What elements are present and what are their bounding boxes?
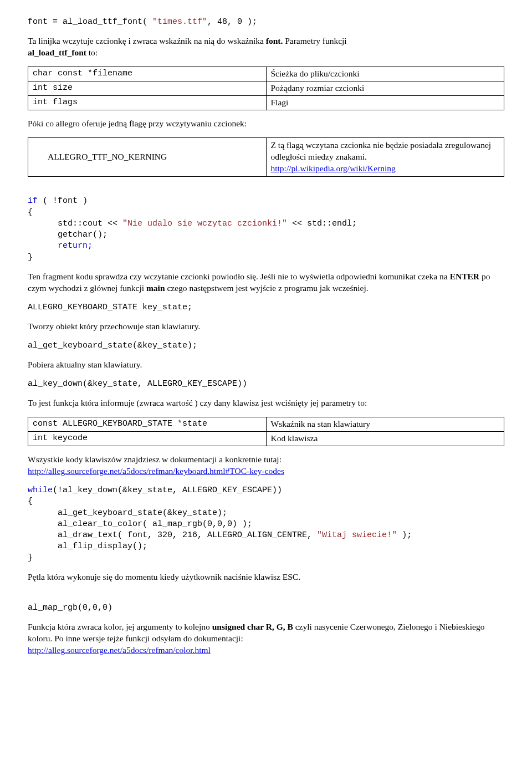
code-map-rgb: al_map_rgb(0,0,0) [28, 603, 504, 614]
code-keystate-decl: ALLEGRO_KEYBOARD_STATE key_state; [28, 302, 504, 313]
text: Ta linijka wczytuje czcionkę i zwraca ws… [28, 36, 266, 45]
table-row: int size Pożądany rozmiar czcionki [28, 81, 504, 96]
text-bold: font. [266, 36, 283, 45]
table-font-params: char const *filename Ścieżka do pliku/cz… [28, 67, 504, 110]
table-row: char const *filename Ścieżka do pliku/cz… [28, 67, 504, 81]
table-row: const ALLEGRO_KEYBOARD_STATE *state Wska… [28, 417, 504, 432]
para-map-rgb: Funkcja która zwraca kolor, jej argument… [28, 621, 504, 656]
text: Funkcja która zwraca kolor, jej argument… [28, 622, 212, 631]
para-flag-intro: Póki co allegro oferuje jedną flagę przy… [28, 118, 504, 130]
text: Z tą flagą wczytana czcionka nie będzie … [271, 140, 492, 161]
param-name: int keycode [28, 432, 267, 446]
table-row: int keycode Kod klawisza [28, 432, 504, 446]
flag-desc: Z tą flagą wczytana czcionka nie będzie … [266, 137, 504, 176]
para-keycodes: Wszystkie kody klawiszów znajdziesz w do… [28, 454, 504, 477]
text-bold: unsigned char R, G, B [212, 622, 293, 631]
param-name: char const *filename [28, 67, 267, 81]
text-bold: main [146, 283, 165, 293]
code-main-loop: while(!al_key_down(&key_state, ALLEGRO_K… [28, 485, 504, 564]
text: czego następstwem jest wyjście z program… [165, 283, 369, 293]
para-get-keystate: Pobiera aktualny stan klawiatury. [28, 359, 504, 371]
para-keydown: To jest funkcja która informuje (zwraca … [28, 397, 504, 409]
param-desc: Flagi [266, 95, 504, 110]
code-get-keystate: al_get_keyboard_state(&key_state); [28, 340, 504, 351]
param-desc: Ścieżka do pliku/czcionki [266, 67, 504, 81]
table-keydown-params: const ALLEGRO_KEYBOARD_STATE *state Wska… [28, 417, 504, 446]
text: to: [86, 48, 98, 57]
table-row: ALLEGRO_TTF_NO_KERNING Z tą flagą wczyta… [28, 137, 504, 176]
link-color-docs[interactable]: http://alleg.sourceforge.net/a5docs/refm… [28, 645, 211, 655]
link-keycodes[interactable]: http://alleg.sourceforge.net/a5docs/refm… [28, 466, 284, 476]
param-desc: Wskaźnik na stan klawiatury [266, 417, 504, 432]
param-desc: Pożądany rozmiar czcionki [266, 81, 504, 96]
code-keydown: al_key_down(&key_state, ALLEGRO_KEY_ESCA… [28, 379, 504, 390]
text: Wszystkie kody klawiszów znajdziesz w do… [28, 455, 282, 464]
para-main-loop: Pętla która wykonuje się do momentu kied… [28, 571, 504, 583]
param-desc: Kod klawisza [266, 432, 504, 446]
param-name: const ALLEGRO_KEYBOARD_STATE *state [28, 417, 267, 432]
param-name: int size [28, 81, 267, 96]
flag-name: ALLEGRO_TTF_NO_KERNING [28, 137, 267, 176]
text-bold: ENTER [450, 272, 479, 281]
text: Parametry funkcji [283, 36, 346, 45]
param-name: int flags [28, 95, 267, 110]
para-font-check: Ten fragment kodu sprawdza czy wczytanie… [28, 271, 504, 294]
text: Ten fragment kodu sprawdza czy wczytanie… [28, 272, 450, 281]
text-bold: al_load_ttf_font [28, 48, 86, 57]
table-row: int flags Flagi [28, 95, 504, 110]
table-kerning-flag: ALLEGRO_TTF_NO_KERNING Z tą flagą wczyta… [28, 137, 504, 177]
link-kerning[interactable]: http://pl.wikipedia.org/wiki/Kerning [271, 164, 396, 173]
para-font-intro: Ta linijka wczytuje czcionkę i zwraca ws… [28, 35, 504, 59]
code-font-check: if ( !font ) { std::cout << "Nie udalo s… [28, 196, 504, 263]
para-keystate-decl: Tworzy obiekt który przechowuje stan kla… [28, 321, 504, 333]
code-font-load: font = al_load_ttf_font( "times.ttf", 48… [28, 17, 504, 28]
